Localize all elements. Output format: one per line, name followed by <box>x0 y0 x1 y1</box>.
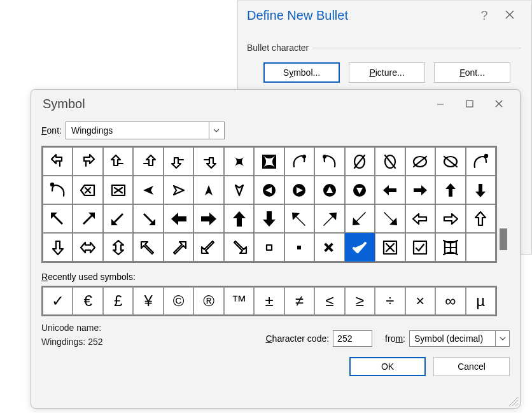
close-button[interactable] <box>497 9 522 22</box>
grid-cell[interactable] <box>73 233 102 262</box>
grid-cell[interactable] <box>224 233 254 262</box>
close-button[interactable] <box>484 94 514 114</box>
grid-cell[interactable] <box>314 233 344 262</box>
recent-cell[interactable]: ∞ <box>435 287 465 315</box>
grid-cell[interactable] <box>284 204 314 233</box>
grid-cell[interactable] <box>345 147 375 176</box>
grid-cell[interactable] <box>133 233 163 262</box>
grid-cell[interactable] <box>193 233 223 262</box>
grid-cell[interactable] <box>466 204 496 233</box>
recent-cell[interactable]: £ <box>103 287 133 315</box>
grid-cell[interactable] <box>284 147 314 176</box>
symbol-button[interactable]: Symbol... <box>263 62 340 83</box>
grid-cell[interactable] <box>405 233 435 262</box>
recent-cell[interactable]: ≥ <box>345 287 375 315</box>
grid-cell[interactable] <box>103 176 133 204</box>
picture-button[interactable]: Picture... <box>349 62 425 83</box>
svg-point-2 <box>302 155 306 158</box>
recent-cell[interactable]: ® <box>193 287 223 315</box>
grid-cell[interactable] <box>375 233 405 262</box>
chevron-down-icon <box>495 331 509 346</box>
grid-cell[interactable] <box>345 204 375 233</box>
font-button[interactable]: Font... <box>434 62 510 83</box>
grid-cell[interactable] <box>224 147 254 176</box>
grid-cell[interactable] <box>435 233 465 262</box>
recent-cell[interactable]: € <box>73 287 102 315</box>
cancel-button[interactable]: Cancel <box>433 357 510 376</box>
grid-cell[interactable] <box>435 176 465 204</box>
grid-cell[interactable] <box>43 204 73 233</box>
recent-cell[interactable]: ≠ <box>284 287 314 315</box>
grid-cell[interactable] <box>43 176 73 204</box>
recent-cell[interactable]: ± <box>254 287 284 315</box>
grid-cell[interactable] <box>375 176 405 204</box>
grid-cell[interactable] <box>164 147 193 176</box>
from-select[interactable]: Symbol (decimal) <box>409 330 510 347</box>
grid-cell[interactable] <box>43 147 73 176</box>
scrollbar-thumb[interactable] <box>500 228 507 250</box>
grid-cell[interactable] <box>164 204 193 233</box>
grid-cell[interactable] <box>103 147 133 176</box>
recent-cell[interactable]: µ <box>466 287 496 315</box>
grid-cell[interactable] <box>405 176 435 204</box>
recent-grid: ✓ € £ ¥ © ® ™ ± ≠ ≤ ≥ ÷ × ∞ µ <box>41 286 497 316</box>
grid-cell[interactable] <box>314 176 344 204</box>
grid-cell[interactable] <box>73 176 102 204</box>
grid-cell[interactable] <box>224 204 254 233</box>
grid-cell[interactable] <box>284 233 314 262</box>
grid-cell[interactable] <box>193 176 223 204</box>
grid-cell-selected[interactable] <box>345 233 375 262</box>
grid-cell[interactable] <box>405 204 435 233</box>
grid-cell[interactable] <box>375 204 405 233</box>
grid-cell[interactable] <box>284 176 314 204</box>
recent-cell[interactable]: ≤ <box>314 287 344 315</box>
recent-cell[interactable]: © <box>164 287 193 315</box>
ok-button[interactable]: OK <box>349 357 426 376</box>
character-code-label: Character code: <box>265 333 329 344</box>
grid-cell[interactable] <box>314 147 344 176</box>
recent-cell[interactable]: × <box>405 287 435 315</box>
grid-cell[interactable] <box>254 204 284 233</box>
font-select[interactable]: Wingdings <box>66 122 225 139</box>
recent-cell[interactable]: ¥ <box>133 287 163 315</box>
grid-cell[interactable] <box>314 204 344 233</box>
recent-label: Recently used symbols: <box>41 272 510 282</box>
grid-cell[interactable] <box>73 147 102 176</box>
grid-cell[interactable] <box>224 176 254 204</box>
grid-cell[interactable] <box>466 233 496 262</box>
grid-cell[interactable] <box>435 204 465 233</box>
grid-cell[interactable] <box>435 147 465 176</box>
unicode-name-label: Unicode name: <box>41 323 259 333</box>
grid-cell[interactable] <box>103 233 133 262</box>
help-button[interactable]: ? <box>472 8 497 23</box>
grid-cell[interactable] <box>164 176 193 204</box>
recent-cell[interactable]: ™ <box>224 287 254 315</box>
grid-cell[interactable] <box>164 233 193 262</box>
grid-cell[interactable] <box>73 204 102 233</box>
grid-cell[interactable] <box>254 147 284 176</box>
grid-cell[interactable] <box>254 233 284 262</box>
grid-cell[interactable] <box>375 147 405 176</box>
resize-grip-icon[interactable] <box>508 396 519 407</box>
grid-cell[interactable] <box>193 147 223 176</box>
grid-cell[interactable] <box>466 176 496 204</box>
chevron-down-icon <box>209 122 224 139</box>
recent-cell[interactable]: ✓ <box>43 287 73 315</box>
grid-cell[interactable] <box>193 204 223 233</box>
grid-cell[interactable] <box>133 204 163 233</box>
grid-cell[interactable] <box>254 176 284 204</box>
grid-cell[interactable] <box>345 176 375 204</box>
grid-cell[interactable] <box>466 147 496 176</box>
maximize-button[interactable] <box>455 94 484 114</box>
grid-cell[interactable] <box>405 147 435 176</box>
character-code-input[interactable] <box>333 330 372 347</box>
scrollbar[interactable] <box>497 146 510 263</box>
recent-cell[interactable]: ÷ <box>375 287 405 315</box>
minimize-button[interactable] <box>426 94 455 114</box>
grid-cell[interactable] <box>43 233 73 262</box>
svg-rect-23 <box>267 245 272 250</box>
grid-cell[interactable] <box>103 204 133 233</box>
grid-cell[interactable] <box>133 147 163 176</box>
grid-cell[interactable] <box>133 176 163 204</box>
from-label: from: <box>385 333 405 344</box>
